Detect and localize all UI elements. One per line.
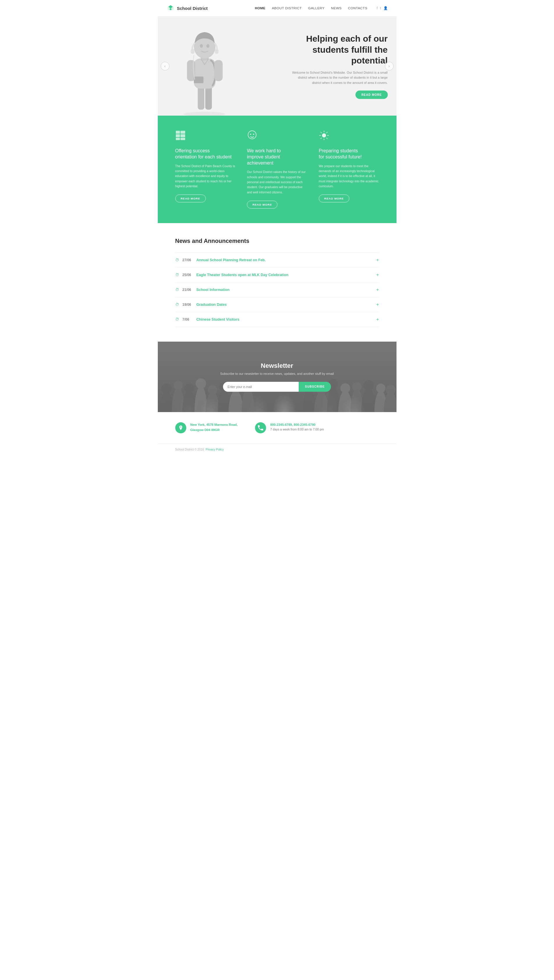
- news-item-left-1: ⏱ 25/06 Eagle Theater Students open at M…: [175, 272, 288, 277]
- twitter-icon[interactable]: t: [380, 6, 381, 10]
- svg-point-55: [338, 390, 352, 412]
- svg-rect-3: [198, 86, 204, 110]
- feature-icon-1: [247, 130, 307, 143]
- feature-icon-0: [175, 130, 236, 143]
- news-link-4[interactable]: Chinese Student Visitors: [196, 317, 240, 322]
- news-expand-3[interactable]: +: [376, 302, 379, 307]
- news-expand-1[interactable]: +: [376, 272, 379, 277]
- hero-section: ‹ Helping each of our students fulfill t…: [158, 17, 396, 116]
- copyright-text: School District © 2016: [175, 448, 204, 451]
- features-section: Offering success orientation for each st…: [158, 116, 396, 223]
- svg-point-21: [248, 131, 256, 139]
- news-item-left-2: ⏱ 21/06 School Information: [175, 287, 230, 292]
- logo-icon: [167, 4, 175, 12]
- svg-rect-1: [170, 8, 172, 10]
- news-date-4: 7/06: [183, 317, 193, 322]
- phone-text: 800-2345-6789, 800-2345-6790 7 days a we…: [270, 422, 324, 431]
- svg-rect-20: [180, 138, 185, 140]
- svg-point-45: [229, 390, 243, 412]
- svg-line-29: [320, 132, 322, 133]
- feature-desc-1: Our School District values the history o…: [247, 169, 307, 195]
- hero-image: [169, 19, 239, 116]
- svg-point-23: [253, 134, 254, 135]
- svg-rect-4: [205, 86, 212, 110]
- news-date-2: 21/06: [183, 288, 193, 292]
- nav-gallery[interactable]: GALLERY: [308, 6, 325, 10]
- footer-contact-phone: 800-2345-6789, 800-2345-6790 7 days a we…: [255, 422, 324, 433]
- footer-contact-address: New York, 4578 Marmora Road, Glasgow D04…: [175, 422, 238, 433]
- news-item-left-0: ⏱ 27/06 Annual School Planning Retreat o…: [175, 258, 266, 262]
- social-links: f t 👤: [377, 6, 388, 10]
- feature-desc-2: We prepare our students to meet the dema…: [319, 164, 379, 189]
- svg-rect-7: [214, 60, 223, 81]
- logo[interactable]: School District: [167, 4, 208, 12]
- logo-text: School District: [177, 6, 208, 11]
- svg-point-49: [303, 389, 315, 412]
- news-section-title: News and Announcements: [175, 237, 379, 244]
- feature-item-2: Preparing students for successful future…: [319, 130, 379, 209]
- hero-cta-button[interactable]: READ MORE: [355, 91, 387, 99]
- clock-icon-2: ⏱: [175, 287, 179, 292]
- svg-point-2: [183, 112, 225, 116]
- feature-desc-0: The School District of Palm Beach County…: [175, 164, 236, 189]
- feature-title-1: We work hard to improve student achievem…: [247, 148, 307, 166]
- newsletter-content: Newsletter Subscribe to our newsletter t…: [167, 362, 388, 392]
- feature-item-1: We work hard to improve student achievem…: [247, 130, 307, 209]
- hero-prev-button[interactable]: ‹: [161, 62, 169, 70]
- news-expand-4[interactable]: +: [376, 317, 379, 322]
- svg-rect-17: [176, 138, 180, 140]
- privacy-policy-link[interactable]: Privacy Policy: [206, 448, 224, 451]
- news-item-1: ⏱ 25/06 Eagle Theater Students open at M…: [175, 268, 379, 282]
- news-item-0: ⏱ 27/06 Annual School Planning Retreat o…: [175, 252, 379, 268]
- newsletter-form: SUBSCRIBE: [167, 382, 388, 392]
- news-link-2[interactable]: School Information: [196, 288, 230, 292]
- news-link-3[interactable]: Graduation Dates: [196, 303, 227, 307]
- feature-btn-2[interactable]: READ MORE: [319, 194, 349, 202]
- svg-point-41: [205, 392, 220, 412]
- feature-title-0: Offering success orientation for each st…: [175, 148, 236, 160]
- news-section: News and Announcements ⏱ 27/06 Annual Sc…: [158, 223, 396, 342]
- news-expand-0[interactable]: +: [376, 257, 379, 263]
- nav-news[interactable]: NEWS: [331, 6, 342, 10]
- news-item-4: ⏱ 7/06 Chinese Student Visitors +: [175, 312, 379, 327]
- news-date-0: 27/06: [183, 258, 193, 262]
- newsletter-section: Newsletter Subscribe to our newsletter t…: [158, 342, 396, 412]
- svg-point-11: [200, 44, 203, 48]
- feature-btn-1[interactable]: READ MORE: [247, 201, 277, 209]
- facebook-icon[interactable]: f: [377, 6, 377, 10]
- nav-about[interactable]: ABOUT DISTRICT: [272, 6, 302, 10]
- news-item-2: ⏱ 21/06 School Information +: [175, 282, 379, 297]
- svg-rect-16: [176, 134, 180, 137]
- hero-next-button[interactable]: ›: [385, 62, 393, 70]
- svg-point-22: [250, 134, 251, 135]
- hero-title: Helping each of our students fulfill the…: [289, 33, 388, 66]
- svg-point-33: [159, 392, 174, 412]
- svg-rect-19: [180, 134, 185, 137]
- feature-btn-0[interactable]: READ MORE: [175, 194, 206, 202]
- news-item-left-4: ⏱ 7/06 Chinese Student Visitors: [175, 317, 240, 322]
- svg-line-30: [326, 138, 328, 139]
- main-nav: HOME ABOUT DISTRICT GALLERY NEWS CONTACT…: [255, 6, 387, 10]
- news-link-1[interactable]: Eagle Theater Students open at MLK Day C…: [196, 273, 288, 277]
- clock-icon-1: ⏱: [175, 272, 179, 277]
- news-expand-2[interactable]: +: [376, 287, 379, 292]
- feature-icon-2: [319, 130, 379, 143]
- chevron-right-icon: ›: [388, 64, 390, 69]
- news-link-0[interactable]: Annual School Planning Retreat on Feb.: [196, 258, 266, 262]
- svg-line-31: [326, 132, 328, 133]
- svg-point-63: [384, 392, 396, 412]
- newsletter-email-input[interactable]: [223, 382, 299, 392]
- nav-contacts[interactable]: CONTACTS: [348, 6, 367, 10]
- chevron-left-icon: ‹: [164, 64, 166, 69]
- news-date-1: 25/06: [183, 273, 193, 277]
- user-icon[interactable]: 👤: [384, 6, 388, 10]
- svg-rect-18: [180, 131, 185, 134]
- location-icon: [175, 422, 186, 433]
- newsletter-subscribe-button[interactable]: SUBSCRIBE: [299, 382, 331, 392]
- nav-home[interactable]: HOME: [255, 6, 266, 10]
- svg-point-24: [322, 133, 326, 137]
- address-text: New York, 4578 Marmora Road, Glasgow D04…: [190, 422, 238, 432]
- feature-title-2: Preparing students for successful future…: [319, 148, 379, 160]
- hero-description: Welcome to School District's Website. Ou…: [289, 70, 388, 85]
- newsletter-title: Newsletter: [167, 362, 388, 370]
